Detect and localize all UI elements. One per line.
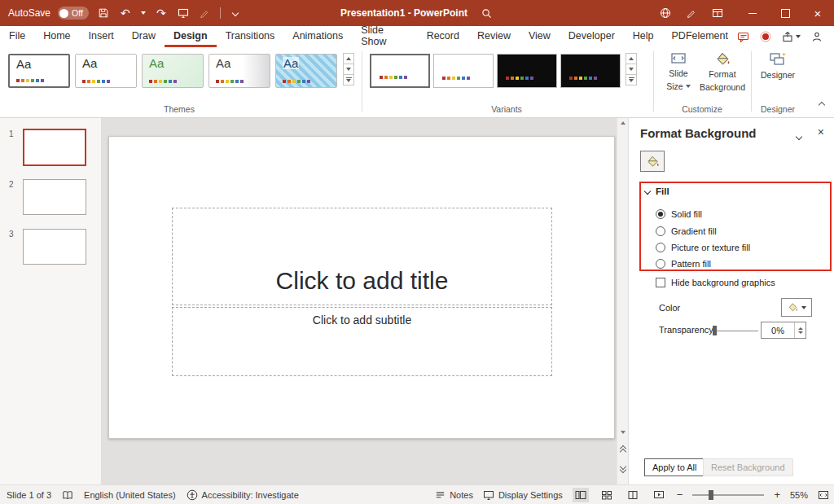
slide-thumbnail-2[interactable] bbox=[23, 179, 86, 215]
transparency-slider-thumb[interactable] bbox=[713, 326, 717, 335]
variants-more-icon[interactable] bbox=[626, 74, 637, 85]
designer-button[interactable]: Designer bbox=[756, 51, 800, 81]
apply-to-all-button[interactable]: Apply to All bbox=[644, 458, 705, 476]
record-icon[interactable] bbox=[760, 31, 771, 42]
zoom-slider[interactable] bbox=[692, 494, 764, 496]
window-grid-icon[interactable] bbox=[710, 6, 725, 20]
zoom-out-button[interactable]: − bbox=[677, 489, 683, 500]
tab-design[interactable]: Design bbox=[165, 26, 217, 47]
theme-thumbnail-3[interactable]: Aa bbox=[142, 54, 204, 88]
slide-sorter-view-button[interactable] bbox=[599, 488, 615, 502]
autosave-toggle[interactable]: Off bbox=[58, 7, 89, 20]
fill-tool-button[interactable] bbox=[640, 151, 665, 172]
slide-editing-surface[interactable]: Click to add title Click to add subtitle bbox=[108, 136, 615, 439]
variant-thumbnail-2[interactable] bbox=[433, 54, 494, 88]
fill-section-header[interactable]: Fill bbox=[645, 186, 669, 196]
slide-canvas[interactable]: Click to add title Click to add subtitle bbox=[102, 118, 617, 484]
qat-customize-chevron-icon[interactable] bbox=[228, 6, 243, 20]
undo-chevron-icon[interactable] bbox=[140, 6, 147, 20]
notes-button[interactable]: Notes bbox=[435, 489, 473, 500]
slide-thumbnail-1[interactable] bbox=[23, 129, 86, 166]
variants-scroll-up-icon[interactable] bbox=[626, 53, 637, 64]
reading-view-button[interactable] bbox=[625, 488, 641, 502]
solid-fill-option[interactable]: Solid fill bbox=[656, 206, 702, 222]
tab-review[interactable]: Review bbox=[468, 26, 520, 47]
scroll-up-icon[interactable] bbox=[617, 121, 628, 125]
close-button[interactable]: × bbox=[801, 0, 834, 26]
hide-background-graphics-checkbox[interactable]: Hide background graphics bbox=[656, 274, 775, 291]
variant-thumbnail-1[interactable] bbox=[370, 54, 430, 88]
comments-icon[interactable] bbox=[737, 31, 749, 43]
next-slide-button[interactable] bbox=[617, 465, 628, 471]
spinner-up-icon[interactable] bbox=[798, 327, 803, 330]
display-settings-button[interactable]: Display Settings bbox=[483, 489, 563, 501]
variants-scroll-down-icon[interactable] bbox=[626, 64, 637, 75]
tab-draw[interactable]: Draw bbox=[123, 26, 165, 47]
tab-developer[interactable]: Developer bbox=[560, 26, 624, 47]
save-icon[interactable] bbox=[96, 6, 111, 20]
spinner-down-icon[interactable] bbox=[798, 331, 803, 334]
pattern-fill-option[interactable]: Pattern fill bbox=[656, 256, 711, 272]
tab-view[interactable]: View bbox=[520, 26, 560, 47]
tab-insert[interactable]: Insert bbox=[80, 26, 123, 47]
slide-size-button[interactable]: Slide Size bbox=[660, 51, 697, 91]
zoom-percentage[interactable]: 55% bbox=[790, 490, 808, 500]
tab-file[interactable]: File bbox=[0, 26, 34, 47]
transparency-value: 0% bbox=[762, 322, 794, 338]
pen-icon[interactable] bbox=[684, 6, 699, 20]
tab-home[interactable]: Home bbox=[34, 26, 79, 47]
themes-more-icon[interactable] bbox=[343, 74, 354, 85]
zoom-in-button[interactable]: + bbox=[774, 489, 780, 500]
theme-thumbnail-5[interactable]: Aa bbox=[275, 54, 337, 88]
color-picker-button[interactable] bbox=[781, 298, 812, 317]
theme-thumbnail-4[interactable]: Aa bbox=[208, 54, 270, 88]
scroll-down-icon[interactable] bbox=[617, 431, 628, 434]
accessibility-status[interactable]: Accessibility: Investigate bbox=[187, 489, 299, 501]
gradient-fill-label: Gradient fill bbox=[671, 226, 717, 236]
maximize-button[interactable] bbox=[769, 0, 801, 26]
globe-icon[interactable] bbox=[658, 6, 673, 20]
subtitle-placeholder[interactable]: Click to add subtitle bbox=[172, 307, 552, 376]
tab-slide-show[interactable]: Slide Show bbox=[352, 26, 418, 47]
fit-to-window-icon[interactable] bbox=[818, 489, 829, 501]
share-person-icon[interactable] bbox=[811, 31, 823, 42]
pane-close-icon[interactable]: × bbox=[818, 125, 824, 138]
gradient-fill-option[interactable]: Gradient fill bbox=[656, 223, 717, 239]
reset-background-button[interactable]: Reset Background bbox=[703, 458, 793, 476]
zoom-slider-thumb[interactable] bbox=[709, 490, 713, 500]
theme-thumbnail-office[interactable]: Aa bbox=[8, 54, 70, 88]
format-background-button[interactable]: Format Background bbox=[699, 51, 746, 92]
tab-transitions[interactable]: Transitions bbox=[217, 26, 284, 47]
transparency-slider[interactable] bbox=[714, 331, 758, 331]
variant-thumbnail-4[interactable] bbox=[560, 54, 621, 88]
paint-bucket-icon bbox=[715, 51, 731, 67]
previous-slide-button[interactable] bbox=[617, 447, 628, 454]
normal-view-button[interactable] bbox=[573, 488, 589, 502]
title-placeholder[interactable]: Click to add title bbox=[172, 208, 552, 305]
variants-group-label: Variants bbox=[362, 104, 652, 114]
slide-thumbnail-3[interactable] bbox=[23, 229, 86, 265]
theme-thumbnail-2[interactable]: Aa bbox=[75, 54, 137, 88]
proofing-book-icon[interactable] bbox=[62, 489, 73, 501]
language-selector[interactable]: English (United States) bbox=[84, 490, 176, 500]
slideshow-view-button[interactable] bbox=[651, 488, 667, 502]
themes-scroll-down-icon[interactable] bbox=[343, 64, 354, 75]
tab-record[interactable]: Record bbox=[418, 26, 468, 47]
tab-animations[interactable]: Animations bbox=[283, 26, 352, 47]
variant-thumbnail-3[interactable] bbox=[497, 54, 557, 88]
tab-help[interactable]: Help bbox=[624, 26, 663, 47]
picture-texture-fill-option[interactable]: Picture or texture fill bbox=[656, 239, 750, 256]
start-slideshow-icon[interactable] bbox=[176, 6, 191, 20]
share-icon[interactable] bbox=[782, 31, 801, 42]
themes-scroll-up-icon[interactable] bbox=[343, 53, 354, 64]
pane-options-chevron-icon[interactable] bbox=[797, 131, 801, 141]
redo-icon[interactable]: ↷ bbox=[154, 6, 169, 20]
tab-pdfelement[interactable]: PDFelement bbox=[663, 26, 737, 47]
search-icon[interactable] bbox=[479, 6, 494, 20]
undo-icon[interactable]: ↶ bbox=[118, 6, 133, 20]
minimize-button[interactable] bbox=[736, 0, 769, 26]
transparency-spinner[interactable]: 0% bbox=[761, 322, 806, 339]
collapse-ribbon-icon[interactable] bbox=[819, 96, 824, 111]
highlighter-icon[interactable] bbox=[198, 6, 213, 20]
vertical-scrollbar[interactable] bbox=[617, 118, 628, 484]
